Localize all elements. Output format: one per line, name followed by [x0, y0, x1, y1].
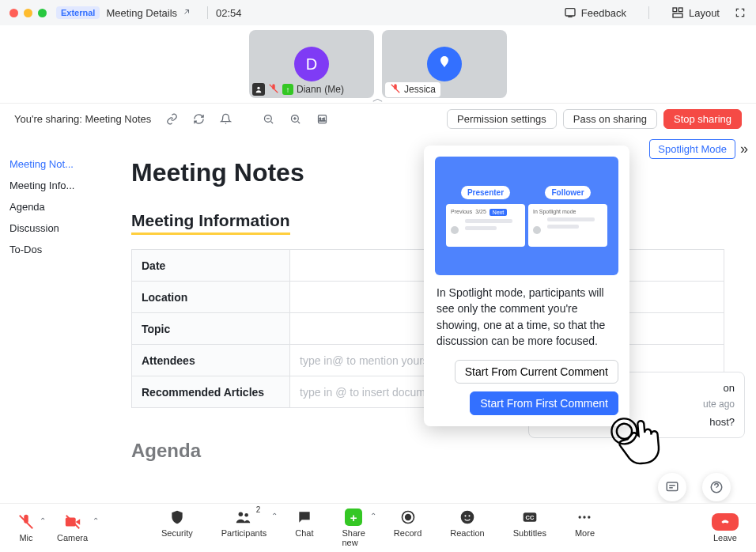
window-titlebar: External Meeting Details 02:54 Feedback … [0, 0, 756, 25]
fullscreen-button[interactable] [734, 6, 747, 19]
start-current-comment-button[interactable]: Start From Current Comment [455, 360, 618, 384]
feedback-label: Feedback [581, 7, 626, 19]
outline-item[interactable]: Meeting Info... [8, 175, 112, 196]
popout-icon[interactable] [182, 7, 191, 19]
row-key: Location [132, 282, 290, 313]
traffic-lights [9, 9, 47, 17]
start-first-comment-button[interactable]: Start From First Comment [470, 391, 618, 415]
refresh-button[interactable] [189, 110, 208, 129]
row-key: Date [132, 250, 290, 282]
svg-point-4 [257, 87, 259, 89]
video-tile-self[interactable]: D ↑ Diann (Me) [249, 30, 374, 98]
participants-count: 2 [256, 505, 261, 514]
row-key: Recommended Articles [132, 376, 290, 408]
outline-item[interactable]: Meeting Not... [8, 153, 112, 175]
follower-tab-label: Follower [545, 186, 590, 199]
presenter-tab-label: Presenter [461, 186, 510, 199]
svg-point-20 [468, 515, 470, 516]
record-button[interactable]: Record [394, 509, 421, 547]
video-tile-peer[interactable]: Jessica [382, 30, 507, 98]
zoom-out-button[interactable] [259, 110, 278, 129]
doc-toolbar-right: Spotlight Mode » [641, 134, 756, 164]
layout-icon [671, 6, 684, 19]
chevron-up-icon[interactable]: ⌃ [370, 512, 376, 520]
smile-icon [459, 509, 476, 526]
shield-icon [168, 509, 186, 526]
tile-label-self: ↑ Diann (Me) [249, 81, 350, 98]
camera-button[interactable]: Camera ⌃ [57, 513, 88, 543]
doc-comments-toggle[interactable] [658, 473, 686, 501]
leave-button[interactable]: Leave [712, 513, 739, 543]
mic-label: Mic [19, 533, 32, 543]
feedback-button[interactable]: Feedback [564, 6, 626, 19]
more-button[interactable]: More [575, 509, 595, 547]
layout-button[interactable]: Layout [671, 6, 720, 19]
chat-label: Chat [295, 528, 313, 538]
chevron-up-icon[interactable]: ⌃ [40, 516, 46, 525]
document-outline: Meeting Not... Meeting Info... Agenda Di… [0, 134, 120, 520]
camera-off-icon [64, 513, 81, 531]
dots-icon [576, 509, 593, 526]
minimize-window-button[interactable] [24, 9, 32, 17]
meeting-timer: 02:54 [216, 7, 242, 19]
camera-label: Camera [57, 533, 88, 543]
close-window-button[interactable] [9, 9, 18, 17]
separator [207, 6, 208, 19]
chevron-up-icon[interactable]: ⌃ [271, 512, 278, 520]
copy-link-button[interactable] [162, 110, 181, 129]
record-label: Record [394, 528, 421, 538]
svg-point-14 [239, 512, 244, 517]
video-tiles-row: D ↑ Diann (Me) Jessica ︿ [0, 25, 756, 103]
mic-muted-icon [390, 83, 401, 96]
meeting-title[interactable]: Meeting Details [106, 7, 177, 19]
security-label: Security [161, 528, 193, 538]
svg-rect-3 [673, 13, 682, 17]
share-indicator-icon: ↑ [282, 84, 293, 95]
help-button[interactable] [702, 473, 731, 501]
avatar-peer [427, 47, 462, 81]
security-button[interactable]: Security [161, 509, 193, 547]
chevron-up-icon[interactable]: ⌃ [93, 516, 99, 525]
row-key: Attendees [132, 345, 290, 376]
leave-icon [712, 513, 739, 531]
outline-item[interactable]: Discussion [8, 217, 112, 239]
sharing-status-text: You're sharing: Meeting Notes [14, 113, 151, 125]
svg-point-23 [579, 516, 581, 518]
stop-sharing-button[interactable]: Stop sharing [663, 109, 742, 129]
more-icon[interactable]: » [740, 141, 748, 157]
cc-icon: CC [521, 509, 539, 526]
separator [648, 6, 649, 19]
outline-item[interactable]: Agenda [8, 196, 112, 217]
svg-point-11 [616, 423, 633, 440]
spotlight-mode-button[interactable]: Spotlight Mode [649, 139, 735, 159]
collapse-tiles-button[interactable]: ︿ [372, 92, 384, 106]
maximize-window-button[interactable] [38, 9, 47, 17]
spotlight-popover: Presenter Previous 3/25 Next Follower In… [424, 146, 629, 426]
svg-rect-0 [565, 9, 575, 16]
mic-off-icon [17, 513, 35, 531]
permission-settings-button[interactable]: Permission settings [447, 109, 557, 129]
outline-item[interactable]: To-Dos [8, 239, 112, 260]
reaction-label: Reaction [450, 528, 484, 538]
svg-text:1:1: 1:1 [319, 117, 325, 122]
participants-button[interactable]: 2 Participants ⌃ [221, 509, 266, 547]
popover-illustration: Presenter Previous 3/25 Next Follower In… [435, 157, 618, 275]
svg-rect-2 [679, 8, 682, 12]
subtitles-button[interactable]: CC Subtitles [513, 509, 546, 547]
zoom-in-button[interactable] [285, 110, 304, 129]
chat-button[interactable]: Chat [295, 509, 313, 547]
share-new-button[interactable]: + Share new ⌃ [342, 509, 365, 547]
fit-button[interactable]: 1:1 [312, 110, 331, 129]
notifications-button[interactable] [216, 110, 235, 129]
svg-point-19 [464, 515, 466, 516]
chat-icon [296, 509, 313, 526]
subtitles-label: Subtitles [513, 528, 546, 538]
cursor-hand-icon [606, 407, 675, 479]
reaction-button[interactable]: Reaction [450, 509, 484, 547]
pass-sharing-button[interactable]: Pass on sharing [563, 109, 657, 129]
person-icon [252, 83, 265, 96]
meeting-bottom-bar: Mic ⌃ Camera ⌃ Security 2 Participants ⌃… [0, 503, 756, 552]
row-key: Topic [132, 313, 290, 345]
mic-button[interactable]: Mic ⌃ [17, 513, 35, 543]
layout-label: Layout [689, 7, 720, 19]
